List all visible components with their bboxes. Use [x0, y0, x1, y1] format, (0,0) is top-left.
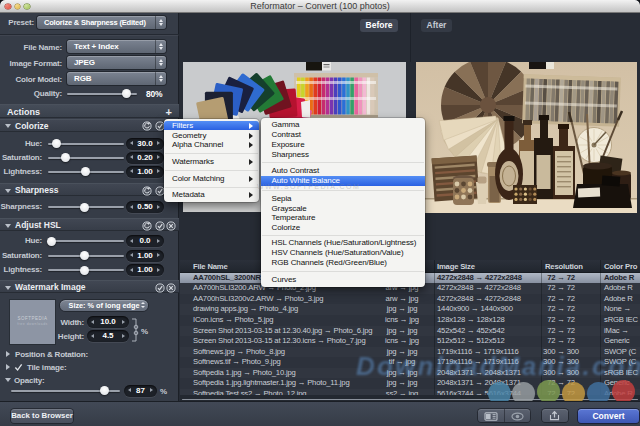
svg-text:%: %: [141, 327, 148, 336]
